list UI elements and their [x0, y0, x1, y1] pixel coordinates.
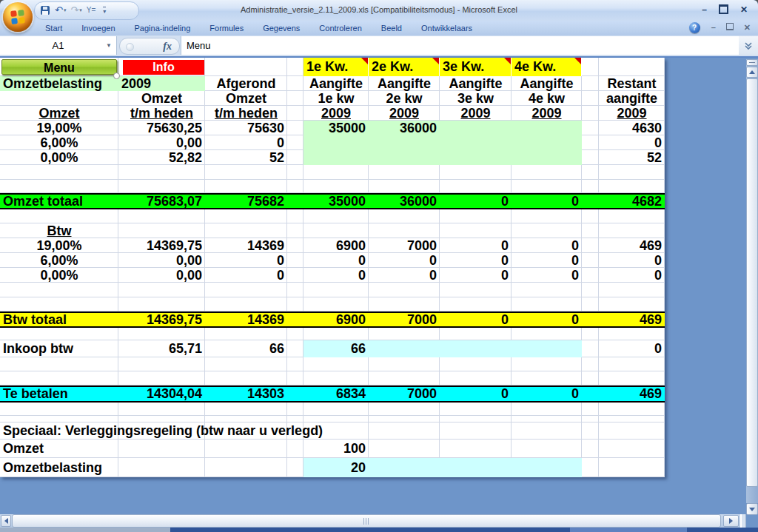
- cell-r18c3[interactable]: 14369: [205, 312, 287, 328]
- cell-r10c10[interactable]: 4682: [599, 193, 665, 209]
- cell-r2c1[interactable]: Omzetbelasting: [0, 76, 118, 91]
- vertical-scroll-thumb[interactable]: [746, 78, 758, 487]
- cell-r18c8[interactable]: 0: [512, 312, 582, 328]
- cell-r4c6[interactable]: 2009: [369, 106, 440, 121]
- tab-invoegen[interactable]: Invoegen: [72, 21, 124, 36]
- cell-r23c2[interactable]: 14304,04: [118, 385, 205, 403]
- tab-start[interactable]: Start: [36, 21, 72, 36]
- cell-r14c2[interactable]: 0,00: [118, 253, 205, 268]
- cell-r13c8[interactable]: 0: [512, 238, 582, 253]
- tab-controleren[interactable]: Controleren: [309, 21, 371, 36]
- cell-r2c3[interactable]: Afgerond: [205, 76, 287, 91]
- cell-r13c6[interactable]: 7000: [369, 238, 440, 253]
- tab-ontwikkelaars[interactable]: Ontwikkelaars: [412, 21, 482, 36]
- cell-r15c8[interactable]: 0: [512, 268, 582, 283]
- cell-r3c7[interactable]: 3e kw: [440, 91, 512, 106]
- tab-beeld[interactable]: Beeld: [372, 21, 412, 36]
- cell-r23c10[interactable]: 469: [599, 385, 665, 403]
- cell-r3c3[interactable]: Omzet: [205, 91, 287, 106]
- restore-button[interactable]: [719, 4, 728, 16]
- cell-r14c7[interactable]: 0: [440, 253, 512, 268]
- cell-r13c7[interactable]: 0: [440, 238, 512, 253]
- cell-r23c7[interactable]: 0: [440, 385, 512, 403]
- horizontal-scroll-thumb[interactable]: [12, 514, 721, 528]
- cell-r4c7[interactable]: 2009: [440, 106, 512, 121]
- cell-r2c10[interactable]: Restant: [599, 76, 665, 91]
- cell-r13c2[interactable]: 14369,75: [118, 238, 205, 253]
- scroll-down-button[interactable]: [746, 503, 758, 515]
- cell-r15c1[interactable]: 0,00%: [0, 268, 118, 283]
- cell-r20c1[interactable]: Inkoop btw: [0, 340, 118, 357]
- cell-r6c1[interactable]: 6,00%: [0, 135, 118, 150]
- undo-button[interactable]: ↶▾: [55, 4, 66, 17]
- cell-r5c5[interactable]: 35000: [303, 121, 369, 135]
- cell-r27c1[interactable]: Omzet: [0, 440, 118, 458]
- cell-r2c6[interactable]: Aangifte: [369, 76, 440, 91]
- cell-r2c2[interactable]: 2009: [118, 76, 205, 91]
- cell-r18c5[interactable]: 6900: [303, 312, 369, 328]
- cell-r4c2[interactable]: t/m heden: [118, 106, 205, 121]
- cell-r15c6[interactable]: 0: [369, 268, 440, 283]
- save-button[interactable]: [40, 4, 50, 17]
- cell-r10c6[interactable]: 36000: [369, 193, 440, 209]
- cell-r10c3[interactable]: 75682: [205, 193, 287, 209]
- cell-r1c5[interactable]: 1e Kw.: [303, 58, 369, 76]
- cell-r4c1[interactable]: Omzet: [0, 106, 118, 121]
- cell-r27c5[interactable]: 100: [303, 440, 369, 458]
- cell-r10c5[interactable]: 35000: [303, 193, 369, 209]
- formula-qat-button[interactable]: Y=: [87, 4, 96, 17]
- cell-r20c10[interactable]: 0: [599, 340, 665, 357]
- cell-r13c1[interactable]: 19,00%: [0, 238, 118, 253]
- cell-r2c8[interactable]: Aangifte: [512, 76, 582, 91]
- cell-r1c8[interactable]: 4e Kw.: [512, 58, 582, 76]
- cell-r3c5[interactable]: 1e kw: [303, 91, 369, 106]
- vertical-split-handle[interactable]: [746, 59, 758, 66]
- cell-r3c10[interactable]: aangifte: [599, 91, 665, 106]
- cell-r1c6[interactable]: 2e Kw.: [369, 58, 440, 76]
- scrollbar-splitter[interactable]: [740, 514, 746, 528]
- cell-r5c6[interactable]: 36000: [369, 121, 440, 135]
- cell-r14c3[interactable]: 0: [205, 253, 287, 268]
- cell-r1c7[interactable]: 3e Kw.: [440, 58, 512, 76]
- tab-formules[interactable]: Formules: [200, 21, 253, 36]
- cell-r10c7[interactable]: 0: [440, 193, 512, 209]
- cell-r7c10[interactable]: 52: [599, 150, 665, 165]
- cell-r23c8[interactable]: 0: [512, 385, 582, 403]
- cell-r20c3[interactable]: 66: [205, 340, 287, 357]
- cell-r18c6[interactable]: 7000: [369, 312, 440, 328]
- cell-r26c1[interactable]: Speciaal: Verleggingsregeling (btw naar …: [0, 422, 303, 440]
- cell-r15c2[interactable]: 0,00: [118, 268, 205, 283]
- info-button[interactable]: Info: [123, 60, 204, 75]
- cell-r23c3[interactable]: 14303: [205, 385, 287, 403]
- formula-input[interactable]: Menu: [181, 36, 743, 55]
- name-box[interactable]: A1: [0, 36, 117, 55]
- cell-r4c10[interactable]: 2009: [599, 106, 665, 121]
- cell-r7c3[interactable]: 52: [205, 150, 287, 165]
- tab-gegevens[interactable]: Gegevens: [253, 21, 309, 36]
- scroll-up-button[interactable]: [746, 67, 758, 78]
- menu-button[interactable]: Menu: [1, 59, 117, 75]
- name-box-dropdown-icon[interactable]: ▼: [102, 36, 115, 55]
- cell-r5c3[interactable]: 75630: [205, 121, 287, 135]
- cell-r3c8[interactable]: 4e kw: [512, 91, 582, 106]
- cell-r10c2[interactable]: 75683,07: [118, 193, 205, 209]
- workbook-minimize-button[interactable]: –: [711, 23, 716, 33]
- cell-r23c6[interactable]: 7000: [369, 385, 440, 403]
- cell-r18c10[interactable]: 469: [599, 312, 665, 328]
- cell-r7c1[interactable]: 0,00%: [0, 150, 118, 165]
- cell-r15c5[interactable]: 0: [303, 268, 369, 283]
- cell-r2c5[interactable]: Aangifte: [303, 76, 369, 91]
- cell-r15c10[interactable]: 0: [599, 268, 665, 283]
- cell-r10c1[interactable]: Omzet totaal: [0, 193, 118, 209]
- cell-r18c7[interactable]: 0: [440, 312, 512, 328]
- cell-r18c1[interactable]: Btw totaal: [0, 312, 118, 328]
- workbook-close-button[interactable]: ✕: [744, 23, 751, 33]
- cell-r15c7[interactable]: 0: [440, 268, 512, 283]
- cell-r2c7[interactable]: Aangifte: [440, 76, 512, 91]
- cell-r13c3[interactable]: 14369: [205, 238, 287, 253]
- insert-function-button[interactable]: fx: [119, 38, 180, 55]
- cell-r5c2[interactable]: 75630,25: [118, 121, 205, 135]
- cell-r3c6[interactable]: 2e kw: [369, 91, 440, 106]
- cell-r15c3[interactable]: 0: [205, 268, 287, 283]
- sheet-grid[interactable]: 1e Kw.2e Kw.3e Kw.4e Kw.Omzetbelasting20…: [0, 58, 665, 477]
